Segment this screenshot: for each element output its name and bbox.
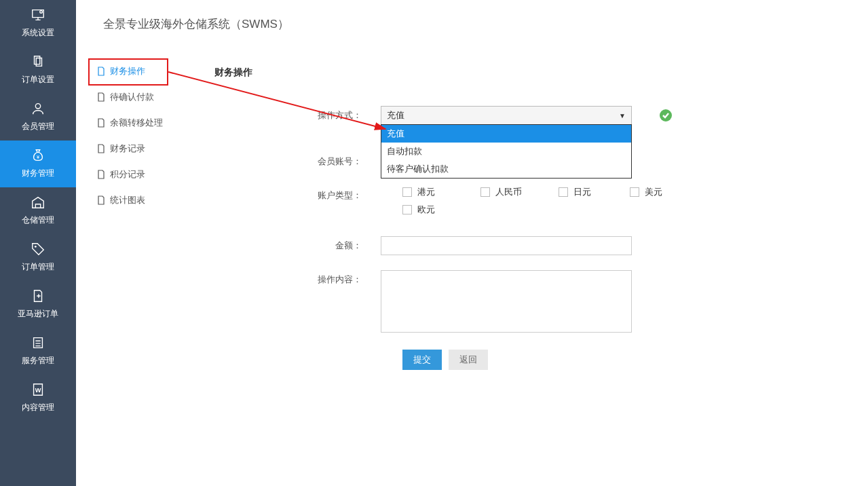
subnav-label: 余额转移处理 bbox=[110, 117, 163, 129]
sidebar-label: 财务管理 bbox=[22, 168, 54, 179]
header: 全景专业级海外仓储系统（SWMS） bbox=[76, 0, 868, 48]
person-icon bbox=[30, 100, 46, 117]
subnav-label: 统计图表 bbox=[110, 194, 145, 206]
svg-point-3 bbox=[35, 246, 37, 248]
sidebar-item-order-mgmt[interactable]: 订单管理 bbox=[0, 234, 76, 281]
checkbox-label: 欧元 bbox=[417, 204, 435, 216]
sidebar-item-content-mgmt[interactable]: W 内容管理 bbox=[0, 375, 76, 422]
gear-monitor-icon bbox=[30, 7, 46, 23]
checkbox-box-icon bbox=[559, 187, 568, 197]
sidebar-item-system-settings[interactable]: 系统设置 bbox=[0, 0, 76, 47]
tag-icon bbox=[30, 241, 46, 257]
select-operation-mode[interactable]: 充值 ▼ 充值 自动扣款 待客户确认扣款 bbox=[381, 106, 632, 125]
list-icon bbox=[30, 335, 46, 351]
subnav-item-finance-op[interactable]: 财务操作 bbox=[88, 58, 190, 84]
sidebar-label: 亚马逊订单 bbox=[18, 308, 58, 320]
document-icon bbox=[96, 195, 106, 205]
checkbox-box-icon bbox=[402, 187, 412, 197]
subnav-item-points-record[interactable]: 积分记录 bbox=[88, 162, 190, 187]
subnav-label: 财务记录 bbox=[110, 143, 145, 155]
sidebar-item-amazon-order[interactable]: 亚马逊订单 bbox=[0, 281, 76, 328]
svg-point-0 bbox=[40, 11, 43, 14]
dropdown-operation-mode: 充值 自动扣款 待客户确认扣款 bbox=[381, 124, 632, 179]
checkbox-hkd[interactable]: 港元 bbox=[402, 186, 480, 198]
document-icon bbox=[96, 92, 106, 102]
subnav-item-finance-record[interactable]: 财务记录 bbox=[88, 136, 190, 162]
sidebar-item-finance-mgmt[interactable]: ¥ 财务管理 bbox=[0, 141, 76, 187]
row-operation-content: 操作内容： bbox=[214, 270, 854, 335]
document-icon bbox=[96, 144, 106, 153]
content-title: 财务操作 bbox=[214, 67, 854, 79]
svg-text:¥: ¥ bbox=[37, 154, 40, 160]
checkbox-jpy[interactable]: 日元 bbox=[559, 186, 630, 198]
dropdown-option-recharge[interactable]: 充值 bbox=[381, 125, 631, 143]
warehouse-icon bbox=[30, 194, 46, 210]
sidebar-label: 服务管理 bbox=[22, 355, 54, 367]
checkbox-cny[interactable]: 人民币 bbox=[480, 186, 559, 198]
sidebar-label: 仓储管理 bbox=[22, 214, 54, 226]
back-button[interactable]: 返回 bbox=[449, 350, 488, 370]
button-row: 提交 返回 bbox=[402, 350, 854, 370]
page-title: 全景专业级海外仓储系统（SWMS） bbox=[103, 16, 289, 32]
checkbox-usd[interactable]: 美元 bbox=[630, 186, 691, 198]
subnav-label: 积分记录 bbox=[110, 168, 145, 181]
checkbox-eur[interactable]: 欧元 bbox=[402, 204, 480, 216]
select-display[interactable]: 充值 ▼ bbox=[381, 106, 632, 125]
subnav-item-stats-chart[interactable]: 统计图表 bbox=[88, 187, 190, 213]
document-icon bbox=[96, 67, 106, 76]
input-amount[interactable] bbox=[381, 236, 632, 255]
sidebar-item-member-mgmt[interactable]: 会员管理 bbox=[0, 94, 76, 141]
textarea-operation-content[interactable] bbox=[381, 270, 632, 333]
submit-button[interactable]: 提交 bbox=[402, 350, 442, 370]
success-check-icon bbox=[660, 109, 672, 122]
sidebar-item-warehouse-mgmt[interactable]: 仓储管理 bbox=[0, 187, 76, 234]
sidebar-item-order-settings[interactable]: 订单设置 bbox=[0, 47, 76, 94]
checkbox-label: 港元 bbox=[417, 186, 435, 198]
svg-text:W: W bbox=[35, 387, 41, 394]
checkbox-label: 美元 bbox=[645, 186, 662, 198]
subnav-label: 待确认付款 bbox=[110, 91, 154, 103]
document-icon bbox=[96, 118, 106, 128]
content: 财务操作 操作方式： 充值 ▼ 充值 自动扣款 待客户确认扣款 会员账号： 账户… bbox=[201, 58, 868, 486]
sidebar-label: 订单管理 bbox=[22, 261, 54, 273]
money-bag-icon: ¥ bbox=[30, 147, 46, 164]
word-icon: W bbox=[30, 381, 46, 398]
caret-down-icon: ▼ bbox=[619, 112, 626, 119]
label-operation-mode: 操作方式： bbox=[214, 106, 381, 125]
checkbox-box-icon bbox=[480, 187, 490, 197]
checkbox-box-icon bbox=[402, 205, 412, 214]
row-operation-mode: 操作方式： 充值 ▼ 充值 自动扣款 待客户确认扣款 bbox=[214, 106, 854, 125]
sidebar-label: 会员管理 bbox=[22, 121, 54, 132]
sidebar-label: 系统设置 bbox=[22, 27, 54, 39]
label-operation-content: 操作内容： bbox=[214, 270, 381, 289]
row-account-type: 账户类型： 港元 人民币 日元 美元 bbox=[214, 186, 854, 221]
sidebar-label: 订单设置 bbox=[22, 74, 54, 86]
select-value: 充值 bbox=[387, 109, 404, 122]
subnav-label: 财务操作 bbox=[110, 65, 145, 77]
sidebar-label: 内容管理 bbox=[22, 402, 54, 413]
checkbox-group-currency: 港元 人民币 日元 美元 欧元 bbox=[402, 186, 701, 221]
checkbox-label: 人民币 bbox=[495, 186, 522, 198]
label-account-type: 账户类型： bbox=[214, 186, 381, 205]
label-amount: 金额： bbox=[214, 236, 381, 255]
row-amount: 金额： bbox=[214, 236, 854, 255]
document-icon bbox=[96, 170, 106, 179]
dropdown-option-auto-debit[interactable]: 自动扣款 bbox=[381, 143, 631, 160]
checkbox-box-icon bbox=[630, 187, 639, 197]
dropdown-option-customer-confirm[interactable]: 待客户确认扣款 bbox=[381, 160, 631, 178]
sidebar-item-service-mgmt[interactable]: 服务管理 bbox=[0, 328, 76, 375]
label-member-account: 会员账号： bbox=[214, 152, 381, 171]
sidebar: 系统设置 订单设置 会员管理 ¥ 财务管理 仓储管理 订单管理 亚马逊订单 服务… bbox=[0, 0, 76, 486]
subnav-item-pending-confirm[interactable]: 待确认付款 bbox=[88, 84, 190, 110]
subnav-item-balance-transfer[interactable]: 余额转移处理 bbox=[88, 110, 190, 136]
subnav: 财务操作 待确认付款 余额转移处理 财务记录 积分记录 统计图表 bbox=[88, 58, 190, 213]
page-plus-icon bbox=[30, 288, 46, 304]
svg-point-1 bbox=[35, 104, 40, 109]
checkbox-label: 日元 bbox=[573, 186, 591, 198]
docs-icon bbox=[30, 54, 46, 70]
